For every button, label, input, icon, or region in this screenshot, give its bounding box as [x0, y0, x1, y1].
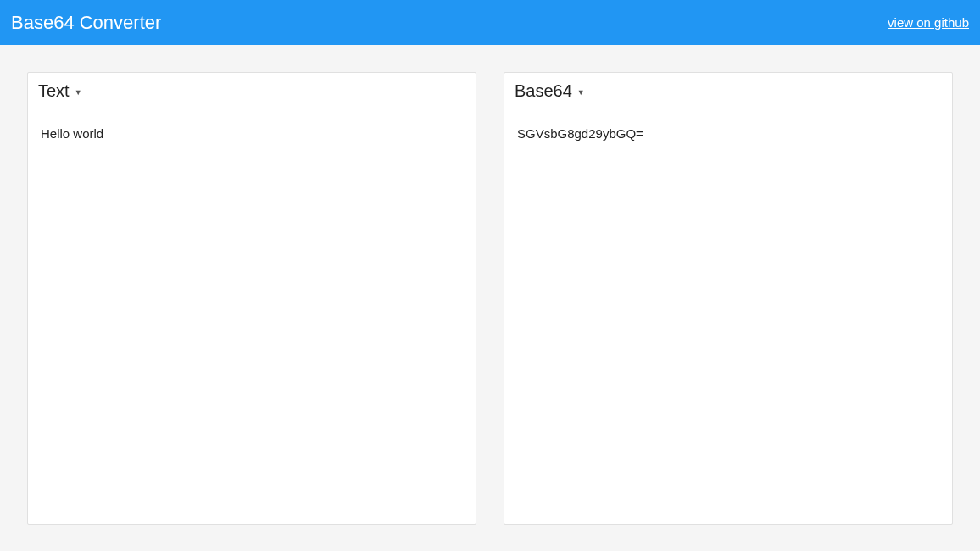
left-format-dropdown[interactable]: Text ▼	[38, 81, 86, 103]
chevron-down-icon: ▼	[577, 88, 585, 97]
chevron-down-icon: ▼	[75, 88, 82, 97]
right-format-dropdown[interactable]: Base64 ▼	[515, 81, 588, 103]
app-header: Base64 Converter view on github	[0, 0, 980, 45]
right-dropdown-label: Base64	[515, 81, 572, 101]
right-panel-body	[504, 114, 952, 524]
left-dropdown-label: Text	[38, 81, 70, 101]
main-content: Text ▼ Base64 ▼	[0, 45, 980, 551]
left-panel: Text ▼	[27, 72, 476, 525]
github-link[interactable]: view on github	[888, 15, 969, 30]
left-panel-body	[28, 114, 476, 524]
base64-output[interactable]	[517, 126, 939, 512]
app-title: Base64 Converter	[11, 12, 161, 34]
right-panel-header: Base64 ▼	[504, 73, 952, 114]
right-panel: Base64 ▼	[504, 72, 953, 525]
text-input[interactable]	[41, 126, 463, 512]
left-panel-header: Text ▼	[28, 73, 476, 114]
